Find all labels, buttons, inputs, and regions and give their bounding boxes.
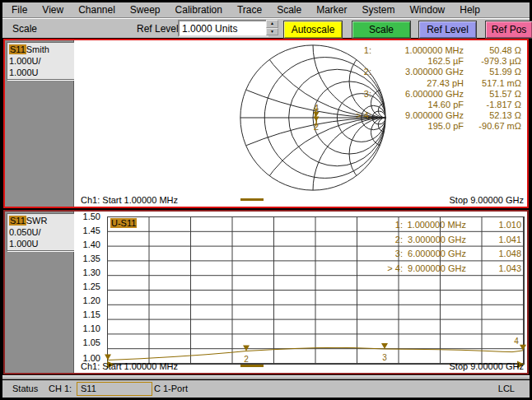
swr-trace-param: S11: [9, 216, 26, 226]
swr-trace-info-box[interactable]: S11SWR 0.050U/ 1.000U: [7, 213, 75, 251]
ref-level-spinner: ▲ ▼: [266, 20, 278, 35]
marker-reactance: -979.3 µΩ: [464, 56, 521, 67]
y-tick-label: 1.20: [76, 295, 100, 305]
smith-trace-format: Smith: [26, 44, 49, 54]
blank: [338, 56, 371, 67]
menu-bar: File View Channel Sweep Calibration Trac…: [2, 2, 530, 17]
marker-reactance: -1.817 Ω: [464, 100, 521, 110]
swr-marker-readout: 1:1.000000 MHz1.010 2:3.000000 GHz1.041 …: [370, 218, 521, 276]
smith-trace-sidebar: S11Smith 1.000U/ 1.000U: [5, 40, 74, 207]
menu-trace[interactable]: Trace: [230, 3, 269, 16]
marker-equivalent: 162.5 µF: [371, 56, 464, 67]
y-tick-label: 1.10: [76, 323, 100, 333]
y-tick-label: 1.25: [76, 281, 100, 291]
marker-num: 3:: [338, 89, 371, 100]
spinner-up-button[interactable]: ▲: [266, 20, 278, 28]
menu-sweep[interactable]: Sweep: [123, 3, 168, 16]
status-bar: Status CH 1: S11 C 1-Port LCL: [2, 380, 530, 398]
smith-marker-triangle[interactable]: [313, 112, 319, 117]
marker-equivalent: 14.60 pF: [371, 100, 464, 110]
marker-impedance: 51.99 Ω: [464, 67, 521, 77]
swr-marker2-triangle[interactable]: [243, 346, 250, 351]
smith-marker4-glyph: 4: [314, 103, 320, 113]
smith-plot-area: 4 2 1:1.000000 MHz50.48 Ω 162.5 µF-979.3…: [74, 40, 527, 207]
ref-level-button[interactable]: Ref Level: [418, 21, 477, 39]
marker-freq: 1.000000 MHz: [403, 218, 466, 233]
sweep-stop-label: Stop 9.00000 GHz: [449, 195, 524, 205]
marker-num-active: > 4:: [338, 110, 371, 121]
y-tick-label: 1.35: [76, 253, 100, 263]
marker-value: 1.010: [466, 218, 521, 233]
spinner-down-button[interactable]: ▼: [266, 28, 278, 36]
swr-marker4-triangle[interactable]: [520, 345, 526, 351]
marker-impedance: 51.57 Ω: [464, 89, 521, 100]
menu-marker[interactable]: Marker: [309, 3, 354, 16]
menu-calibration[interactable]: Calibration: [168, 3, 230, 16]
swr-trace-label: U-S11: [110, 218, 137, 228]
y-tick-label: 1.30: [76, 267, 100, 277]
smith-trace-info-box[interactable]: S11Smith 1.000U/ 1.000U: [7, 42, 75, 80]
marker-num-active: > 4:: [370, 262, 403, 277]
swr-trace: [108, 347, 523, 360]
y-tick-label: 1.15: [76, 309, 100, 319]
menu-channel[interactable]: Channel: [71, 3, 123, 16]
smith-marker2-glyph: 2: [314, 122, 319, 132]
lcl-mode-indicator: LCL: [498, 384, 515, 393]
swr-marker4-glyph: 4: [514, 337, 519, 346]
marker-freq: 3.000000 GHz: [371, 67, 464, 77]
menu-help[interactable]: Help: [452, 3, 488, 16]
y-tick-label: 1.40: [76, 240, 100, 249]
sweep-start-label: Ch1: Start 1.00000 MHz: [81, 195, 178, 205]
marker-reactance: 517.1 mΩ: [464, 78, 521, 89]
marker-num: 1:: [338, 45, 371, 56]
marker-freq: 6.000000 GHz: [371, 89, 464, 100]
y-tick-label: 1.05: [76, 337, 100, 347]
blank: [338, 78, 371, 89]
swr-marker3-triangle[interactable]: [381, 343, 388, 349]
trace-color-legend-dash: [240, 365, 264, 367]
channel-label: CH 1:: [49, 384, 72, 393]
vna-application-window: File View Channel Sweep Calibration Trac…: [0, 0, 532, 400]
marker-freq: 1.000000 MHz: [371, 45, 464, 56]
autoscale-button[interactable]: Autoscale: [283, 21, 343, 39]
menu-system[interactable]: System: [355, 3, 403, 16]
smith-chart-panel: S11Smith 1.000U/ 1.000U: [3, 39, 529, 208]
menu-scale[interactable]: Scale: [269, 3, 309, 16]
correction-status: C 1-Port: [154, 384, 188, 393]
window-gutter: [2, 375, 530, 379]
marker-value: 1.041: [466, 233, 521, 248]
marker-num: 1:: [370, 218, 403, 233]
menu-window[interactable]: Window: [403, 3, 453, 16]
ref-pos-button[interactable]: Ref Pos: [485, 21, 532, 39]
marker-freq: 9.000000 GHz: [371, 110, 464, 121]
y-tick-label: 1.45: [76, 226, 100, 235]
marker-impedance: 52.13 Ω: [464, 110, 521, 121]
smith-trace-param: S11: [9, 44, 26, 54]
marker-equivalent: 195.0 pF: [371, 121, 464, 132]
marker-value: 1.048: [466, 247, 521, 262]
marker-freq: 3.000000 GHz: [403, 233, 466, 248]
scale-toolbar: Scale Ref Level ▲ ▼ Autoscale Scale Ref …: [2, 17, 530, 38]
scale-button[interactable]: Scale: [352, 21, 411, 39]
swr-trace-scale: 0.050U/: [9, 226, 72, 238]
swr-trace-format: SWR: [26, 216, 48, 226]
ref-level-input[interactable]: [178, 20, 268, 37]
smith-footer: Ch1: Start 1.00000 MHz Stop 9.00000 GHz: [74, 193, 527, 207]
menu-view[interactable]: View: [35, 3, 71, 16]
swr-footer: Ch1: Start 1.00000 MHz Stop 9.00000 GHz: [74, 360, 527, 373]
status-label: Status: [12, 384, 38, 393]
y-tick-label: 1.50: [76, 212, 100, 221]
blank: [338, 121, 371, 132]
trace-color-legend-dash: [240, 198, 264, 201]
swr-panel: S11SWR 0.050U/ 1.000U 1.50 1.45 1.40 1.3…: [3, 210, 529, 374]
swr-trace-ref: 1.000U: [9, 238, 72, 249]
smith-trace-ref: 1.000U: [9, 67, 72, 78]
sweep-stop-label: Stop 9.00000 GHz: [449, 361, 524, 371]
marker-impedance: 50.48 Ω: [464, 45, 521, 56]
marker-num: 2:: [370, 233, 403, 248]
marker-equivalent: 27.43 pH: [371, 78, 464, 89]
smith-marker-readout: 1:1.000000 MHz50.48 Ω 162.5 µF-979.3 µΩ …: [338, 45, 521, 133]
menu-file[interactable]: File: [4, 3, 35, 16]
marker-num: 3:: [370, 247, 403, 262]
smith-trace-scale: 1.000U/: [9, 55, 72, 67]
